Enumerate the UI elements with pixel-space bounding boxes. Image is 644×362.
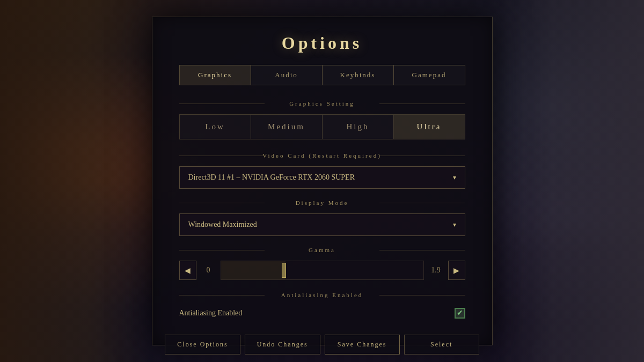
tab-graphics[interactable]: Graphics [180,65,251,85]
gamma-min-value: 0 [202,266,215,275]
options-dialog: Options Graphics Audio Keybinds Gamepad … [152,17,493,345]
preset-ultra[interactable]: Ultra [394,115,465,139]
tab-gamepad[interactable]: Gamepad [394,65,465,85]
display-mode-label: Display Mode [179,200,465,206]
select-button[interactable]: Select [404,335,479,354]
tabs-container: Graphics Audio Keybinds Gamepad [179,65,465,85]
antialiasing-row: Antialiasing Enabled ✔ [179,306,465,321]
antialiasing-checkbox[interactable]: ✔ [455,308,465,319]
preset-medium[interactable]: Medium [251,115,323,139]
dialog-title: Options [179,33,465,53]
video-card-section: Video Card (Restart Required) Direct3D 1… [179,152,465,189]
video-card-arrow-icon: ▾ [453,174,456,182]
preset-low[interactable]: Low [180,115,251,139]
graphics-presets: Low Medium High Ultra [179,114,465,139]
display-mode-dropdown[interactable]: Windowed Maximized ▾ [179,213,465,236]
gamma-section: Gamma ◀ 0 1.9 ▶ [179,247,465,280]
antialiasing-setting-label: Antialiasing Enabled [179,309,243,317]
tab-audio[interactable]: Audio [251,65,323,85]
tab-keybinds[interactable]: Keybinds [323,65,394,85]
video-card-value: Direct3D 11 #1 – NVIDIA GeForce RTX 2060… [188,173,355,182]
undo-changes-button[interactable]: Undo Changes [245,335,320,354]
video-card-label: Video Card (Restart Required) [179,152,465,159]
save-changes-button[interactable]: Save Changes [325,335,400,354]
antialiasing-section: Antialiasing Enabled Antialiasing Enable… [179,292,465,321]
checkbox-check-icon: ✔ [457,309,463,317]
video-card-dropdown[interactable]: Direct3D 11 #1 – NVIDIA GeForce RTX 2060… [179,166,465,189]
display-mode-value: Windowed Maximized [188,220,257,229]
dialog-overlay: Options Graphics Audio Keybinds Gamepad … [0,0,644,362]
gamma-control: ◀ 0 1.9 ▶ [179,261,465,280]
preset-high[interactable]: High [323,115,394,139]
gamma-label: Gamma [179,247,465,253]
gamma-slider[interactable] [221,261,424,280]
close-options-button[interactable]: Close Options [165,335,240,354]
bottom-bar: Close Options Undo Changes Save Changes … [0,327,644,362]
gamma-slider-thumb[interactable] [282,263,286,278]
gamma-slider-fill [221,261,286,279]
display-mode-section: Display Mode Windowed Maximized ▾ [179,200,465,236]
gamma-increase-button[interactable]: ▶ [448,261,465,280]
gamma-max-value: 1.9 [429,266,443,275]
graphics-setting-label: Graphics Setting [179,100,465,107]
display-mode-arrow-icon: ▾ [453,221,456,229]
antialiasing-label: Antialiasing Enabled [179,292,465,298]
gamma-decrease-button[interactable]: ◀ [179,261,196,280]
